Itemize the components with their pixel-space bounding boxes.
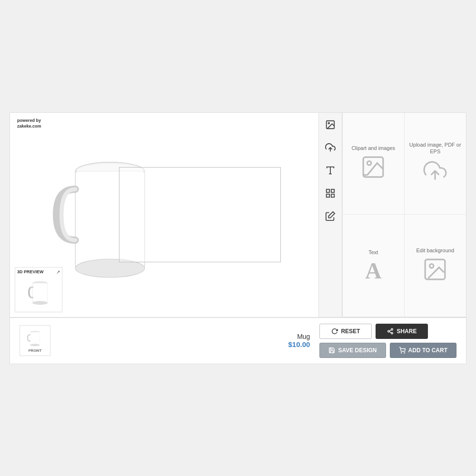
svg-point-34 <box>388 330 390 332</box>
svg-line-37 <box>389 329 391 330</box>
svg-point-35 <box>391 332 393 334</box>
svg-point-13 <box>32 301 47 305</box>
product-info: Mug $10.00 <box>288 333 310 348</box>
svg-point-32 <box>30 344 40 346</box>
clipart-icon <box>361 155 385 182</box>
reset-button[interactable]: RESET <box>319 324 372 339</box>
expand-icon[interactable]: ↗ <box>56 269 60 275</box>
btn-row-top: RESET SHARE <box>319 324 456 339</box>
svg-rect-31 <box>30 332 40 345</box>
panel-upload-label: Upload image, PDF or EPS <box>409 141 462 155</box>
app-container: powered by zakeke.com <box>10 112 466 364</box>
panel-background[interactable]: Edit background <box>405 215 466 317</box>
svg-rect-12 <box>32 283 47 303</box>
view-thumb-label: FRONT <box>29 348 42 353</box>
powered-by: powered by zakeke.com <box>17 118 41 129</box>
view-thumbnail-front[interactable]: FRONT <box>20 325 50 356</box>
panel-text[interactable]: Text A <box>343 215 405 317</box>
preview-panel[interactable]: 3D PREVIEW ↗ <box>15 267 62 312</box>
panel-text-label: Text <box>368 249 378 256</box>
svg-point-25 <box>367 161 371 165</box>
panel-upload[interactable]: Upload image, PDF or EPS <box>405 113 466 215</box>
svg-point-29 <box>430 264 434 268</box>
text-icon: A <box>365 259 382 282</box>
svg-rect-19 <box>327 189 329 192</box>
background-icon <box>423 258 447 284</box>
panel-clipart-label: Clipart and images <box>351 145 395 151</box>
share-button[interactable]: SHARE <box>376 324 428 339</box>
preview-label: 3D PREVIEW <box>17 269 44 274</box>
btn-row-bottom: SAVE DESIGN ADD TO CART <box>319 343 456 358</box>
add-to-cart-button[interactable]: ADD TO CART <box>390 343 456 358</box>
sidebar-tools <box>318 113 342 317</box>
panel-clipart[interactable]: Clipart and images <box>343 113 405 215</box>
upload-icon <box>423 159 447 186</box>
svg-rect-21 <box>331 194 334 197</box>
svg-point-33 <box>391 328 393 330</box>
svg-rect-20 <box>331 189 334 192</box>
view-thumb-image <box>26 328 45 347</box>
right-panel: Clipart and images Upload image, PDF or … <box>342 113 466 317</box>
svg-point-38 <box>401 352 401 353</box>
svg-point-15 <box>328 122 329 124</box>
product-name: Mug <box>288 333 310 340</box>
svg-marker-23 <box>328 211 335 218</box>
panel-background-label: Edit background <box>416 247 455 254</box>
canvas-area: powered by zakeke.com <box>10 113 318 317</box>
design-area-box[interactable] <box>119 167 281 262</box>
tool-gallery[interactable] <box>323 186 337 200</box>
tool-text[interactable] <box>323 163 337 178</box>
tool-clipart[interactable] <box>323 118 337 132</box>
tool-upload[interactable] <box>323 140 337 155</box>
main-area: powered by zakeke.com <box>10 113 466 317</box>
tool-eyedropper[interactable] <box>323 209 337 223</box>
save-design-button[interactable]: SAVE DESIGN <box>319 343 386 358</box>
mug-wrapper <box>36 129 293 300</box>
svg-rect-22 <box>327 194 329 197</box>
footer-buttons: RESET SHARE <box>319 324 456 358</box>
svg-line-36 <box>389 331 391 332</box>
svg-point-39 <box>404 352 405 353</box>
preview-thumb <box>20 277 58 310</box>
product-price: $10.00 <box>288 340 310 348</box>
footer-bar: FRONT Mug $10.00 RESET <box>10 317 466 364</box>
